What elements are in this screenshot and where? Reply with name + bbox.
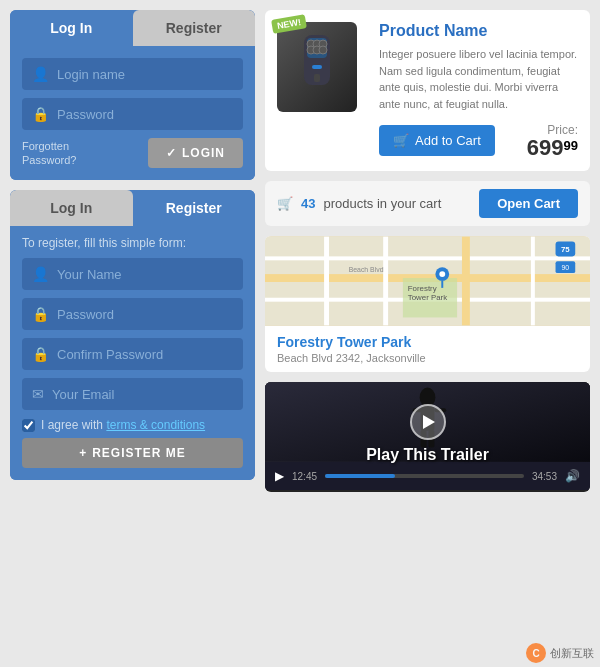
product-card: NEW!	[265, 10, 590, 171]
video-card: Play This Trailer ▶ 12:45 34:53 🔊	[265, 382, 590, 492]
lock-icon: 🔒	[32, 106, 49, 122]
product-info: Product Name Integer posuere libero vel …	[379, 22, 578, 159]
email-field: ✉	[22, 378, 243, 410]
reg-password-field: 🔒	[22, 298, 243, 330]
product-actions: 🛒 Add to Cart Price: 69999	[379, 122, 578, 159]
video-progress-fill	[325, 474, 395, 478]
your-name-field: 👤	[22, 258, 243, 290]
svg-text:Forestry: Forestry	[408, 284, 437, 293]
map-visual: Forestry Tower Park Beach Blvd 75 90	[265, 236, 590, 326]
map-card: Forestry Tower Park Beach Blvd 75 90 For…	[265, 236, 590, 372]
forgot-password-text[interactable]: Forgotten Password?	[22, 139, 76, 168]
user-icon: 👤	[32, 66, 49, 82]
cart-icon-small: 🛒	[277, 196, 293, 211]
svg-rect-12	[265, 256, 590, 260]
product-image-wrap: NEW!	[277, 22, 367, 159]
svg-rect-9	[314, 74, 320, 82]
price-main: 699	[527, 135, 564, 160]
cart-row: 🛒 43 products in your cart Open Cart	[265, 181, 590, 226]
tab-register-inactive[interactable]: Register	[133, 10, 256, 46]
login-tab-header: Log In Register	[10, 10, 255, 46]
product-name: Product Name	[379, 22, 578, 40]
svg-text:75: 75	[561, 245, 570, 254]
video-time-start: 12:45	[292, 471, 317, 482]
watermark-logo: C	[526, 643, 546, 663]
login-password-field: 🔒	[22, 98, 243, 130]
svg-text:90: 90	[562, 264, 570, 271]
map-address: Beach Blvd 2342, Jacksonville	[277, 352, 578, 364]
register-body: To register, fill this simple form: 👤 🔒 …	[10, 226, 255, 480]
lock-icon-reg: 🔒	[32, 306, 49, 322]
video-controls: ▶ 12:45 34:53 🔊	[265, 462, 590, 490]
tab-login-inactive[interactable]: Log In	[10, 190, 133, 226]
watermark-text: 创新互联	[550, 646, 594, 661]
agree-row: I agree with terms & conditions	[22, 418, 243, 432]
tab-login[interactable]: Log In	[10, 10, 133, 46]
price-area: Price: 69999	[527, 122, 578, 159]
volume-icon[interactable]: 🔊	[565, 469, 580, 483]
login-button[interactable]: ✓ LOGIN	[148, 138, 243, 168]
tab-register[interactable]: Register	[133, 190, 256, 226]
forgot-login-row: Forgotten Password? ✓ LOGIN	[22, 138, 243, 168]
svg-rect-15	[383, 237, 388, 326]
login-body: 👤 🔒 Forgotten Password? ✓ LOGIN	[10, 46, 255, 180]
confirm-password-input[interactable]	[57, 347, 233, 362]
plus-icon: +	[79, 446, 87, 460]
price-display: 69999	[527, 137, 578, 159]
product-image	[277, 22, 357, 112]
video-play-icon[interactable]: ▶	[275, 469, 284, 483]
cart-info: 🛒 43 products in your cart	[277, 196, 441, 211]
user-icon-reg: 👤	[32, 266, 49, 282]
your-name-input[interactable]	[57, 267, 233, 282]
map-info: Forestry Tower Park Beach Blvd 2342, Jac…	[265, 326, 590, 372]
price-cents: 99	[564, 138, 578, 153]
svg-text:Beach Blvd: Beach Blvd	[349, 266, 384, 273]
register-card: Log In Register To register, fill this s…	[10, 190, 255, 480]
play-triangle-icon	[423, 415, 435, 429]
play-button[interactable]	[410, 404, 446, 440]
check-icon: ✓	[166, 146, 177, 160]
agree-checkbox[interactable]	[22, 419, 35, 432]
svg-rect-8	[312, 65, 322, 69]
lock-icon-confirm: 🔒	[32, 346, 49, 362]
register-tab-header: Log In Register	[10, 190, 255, 226]
svg-point-23	[439, 271, 445, 277]
email-input[interactable]	[52, 387, 233, 402]
agree-label: I agree with terms & conditions	[41, 418, 205, 432]
map-svg: Forestry Tower Park Beach Blvd 75 90	[265, 236, 590, 326]
watermark: C 创新互联	[526, 643, 594, 663]
open-cart-button[interactable]: Open Cart	[479, 189, 578, 218]
confirm-password-field: 🔒	[22, 338, 243, 370]
svg-rect-14	[324, 237, 329, 326]
svg-rect-17	[531, 237, 535, 326]
video-title: Play This Trailer	[265, 446, 590, 464]
terms-link[interactable]: terms & conditions	[106, 418, 205, 432]
svg-text:Tower Park: Tower Park	[408, 293, 447, 302]
shaver-icon	[292, 30, 342, 105]
login-password-input[interactable]	[57, 107, 233, 122]
cart-count: 43	[301, 196, 315, 211]
login-name-input[interactable]	[57, 67, 233, 82]
register-button[interactable]: + REGISTER ME	[22, 438, 243, 468]
cart-icon: 🛒	[393, 133, 409, 148]
svg-rect-16	[462, 237, 470, 326]
svg-point-7	[319, 46, 327, 54]
reg-password-input[interactable]	[57, 307, 233, 322]
login-card: Log In Register 👤 🔒 Forgotten Password? …	[10, 10, 255, 180]
email-icon: ✉	[32, 386, 44, 402]
video-time-end: 34:53	[532, 471, 557, 482]
login-name-field: 👤	[22, 58, 243, 90]
video-progress-bar[interactable]	[325, 474, 524, 478]
map-title: Forestry Tower Park	[277, 334, 578, 350]
add-to-cart-button[interactable]: 🛒 Add to Cart	[379, 125, 495, 156]
product-description: Integer posuere libero vel lacinia tempo…	[379, 46, 578, 112]
register-hint: To register, fill this simple form:	[22, 236, 243, 250]
cart-text: products in your cart	[323, 196, 441, 211]
